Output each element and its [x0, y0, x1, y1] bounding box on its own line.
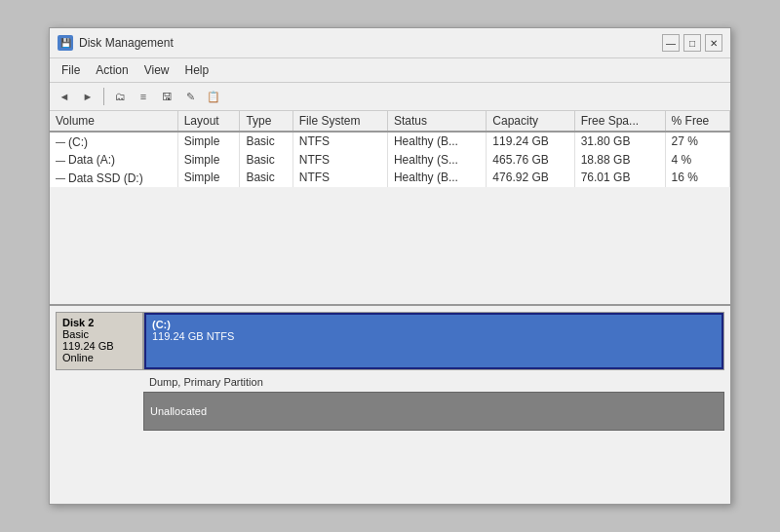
partition-c[interactable]: (C:) 119.24 GB NTFS — [144, 313, 723, 369]
col-filesystem: File System — [292, 111, 387, 132]
table-cell: 16 % — [665, 169, 729, 187]
properties-button[interactable]: 🗂 — [109, 86, 131, 107]
disk-name: Disk 2 — [62, 317, 136, 328]
table-cell: 18.88 GB — [574, 151, 665, 170]
table-cell: NTFS — [292, 151, 387, 170]
menu-action[interactable]: Action — [88, 60, 136, 80]
content-area: Volume Layout Type File System Status Ca… — [50, 111, 730, 504]
volumes-list: Volume Layout Type File System Status Ca… — [50, 111, 730, 187]
table-cell: — Data SSD (D:) — [50, 169, 177, 187]
col-layout: Layout — [177, 111, 240, 132]
maximize-button[interactable]: □ — [683, 34, 701, 52]
table-cell: Healthy (B... — [387, 132, 486, 151]
partition-sub: 119.24 GB NTFS — [152, 330, 716, 342]
toolbar: ◄ ► 🗂 ≡ 🖫 ✎ 📋 — [50, 83, 730, 111]
table-cell: Simple — [177, 151, 240, 170]
disk-row-2: Disk 2 Basic 119.24 GB Online (C:) 119.2… — [56, 312, 724, 370]
table-cell: Basic — [240, 132, 292, 151]
volume-table: Volume Layout Type File System Status Ca… — [50, 111, 730, 306]
close-button[interactable]: ✕ — [705, 34, 722, 52]
copy-button[interactable]: 📋 — [203, 86, 224, 107]
table-cell: 31.80 GB — [574, 132, 665, 151]
unallocated-row: Unallocated — [56, 392, 724, 431]
partition-label: (C:) — [152, 319, 716, 330]
disk-type: Basic — [62, 328, 136, 340]
table-cell: Simple — [177, 132, 240, 151]
table-cell: 4 % — [665, 151, 729, 170]
disk-management-window: 💾 Disk Management — □ ✕ File Action View… — [49, 27, 731, 505]
disk-status: Online — [62, 352, 136, 363]
table-cell: 27 % — [665, 132, 729, 151]
table-row[interactable]: — Data (A:)SimpleBasicNTFSHealthy (S...4… — [50, 151, 730, 170]
table-cell: Healthy (S... — [387, 151, 486, 170]
partition-detail: Dump, Primary Partition — [143, 374, 724, 390]
col-capacity: Capacity — [487, 111, 574, 132]
rescan-button[interactable]: ≡ — [133, 86, 154, 107]
table-row[interactable]: — (C:)SimpleBasicNTFSHealthy (B...119.24… — [50, 132, 730, 151]
col-status: Status — [387, 111, 486, 132]
table-cell: NTFS — [292, 169, 387, 187]
app-icon: 💾 — [58, 35, 73, 51]
unallocated-bar: Unallocated — [143, 392, 724, 431]
window-title: Disk Management — [79, 36, 174, 50]
table-cell: 76.01 GB — [574, 169, 665, 187]
table-cell: Basic — [240, 151, 292, 170]
refresh-button[interactable]: ✎ — [179, 86, 201, 107]
table-cell: Healthy (B... — [387, 169, 486, 187]
col-percent: % Free — [665, 111, 729, 132]
table-cell: — Data (A:) — [50, 151, 177, 170]
table-cell: Basic — [240, 169, 292, 187]
col-volume: Volume — [50, 111, 177, 132]
disk-partitions: (C:) 119.24 GB NTFS — [143, 312, 724, 370]
disk-size: 119.24 GB — [62, 340, 136, 352]
unallocated-text: Unallocated — [150, 405, 207, 417]
menu-bar: File Action View Help — [50, 58, 730, 83]
table-cell: 119.24 GB — [487, 132, 574, 151]
col-freespace: Free Spa... — [574, 111, 665, 132]
back-button[interactable]: ◄ — [54, 86, 75, 107]
window-controls: — □ ✕ — [662, 34, 722, 52]
title-bar: 💾 Disk Management — □ ✕ — [50, 28, 730, 58]
table-cell: Simple — [177, 169, 240, 187]
menu-help[interactable]: Help — [177, 60, 217, 80]
menu-view[interactable]: View — [136, 60, 177, 80]
menu-file[interactable]: File — [54, 60, 88, 80]
table-cell: NTFS — [292, 132, 387, 151]
table-cell: — (C:) — [50, 132, 177, 151]
disk-area: Disk 2 Basic 119.24 GB Online (C:) 119.2… — [50, 306, 730, 504]
unallocated-label-space — [56, 392, 143, 431]
help-button[interactable]: 🖫 — [156, 86, 177, 107]
minimize-button[interactable]: — — [662, 34, 680, 52]
col-type: Type — [240, 111, 292, 132]
toolbar-separator-1 — [103, 88, 104, 105]
title-bar-left: 💾 Disk Management — [58, 35, 174, 51]
disk-label: Disk 2 Basic 119.24 GB Online — [56, 312, 143, 370]
table-row[interactable]: — Data SSD (D:)SimpleBasicNTFSHealthy (B… — [50, 169, 730, 187]
forward-button[interactable]: ► — [77, 86, 98, 107]
table-cell: 476.92 GB — [487, 169, 574, 187]
table-cell: 465.76 GB — [487, 151, 574, 170]
